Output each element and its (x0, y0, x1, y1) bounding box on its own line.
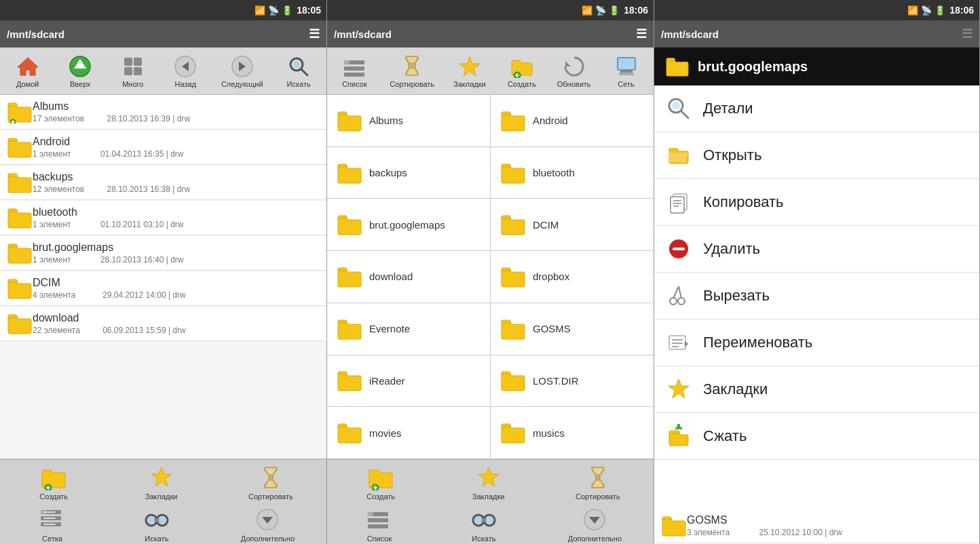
context-item-bookmarks[interactable]: Закладки (654, 366, 979, 413)
context-item-compress[interactable]: Сжать (654, 413, 979, 460)
grid-name: dropbox (533, 271, 569, 282)
list-item[interactable]: Albums 17 элементов 28.10.2013 16:39 | d… (0, 95, 326, 130)
svg-line-74 (673, 286, 679, 298)
toolbar-back[interactable]: Назад (168, 54, 202, 88)
bottom-file-info: GOSMS 3 элемента 25.10.2012 10:00 | drw (687, 514, 973, 537)
more-label: Дополнительно (241, 535, 295, 543)
toolbar2-create-label: Создать (508, 80, 536, 88)
list-item[interactable]: DCIM 4 элемента 29.04.2012 14:00 | drw (0, 271, 326, 306)
toolbar2-bookmarks[interactable]: Закладки (453, 54, 487, 88)
bottom-grid[interactable]: Сетка (32, 506, 73, 543)
more2-label: Дополнительно (568, 535, 622, 543)
list-item[interactable]: brut.googlemaps 1 элемент 28.10.2013 16:… (0, 236, 326, 271)
folder-icon (500, 109, 526, 132)
list-item-bottom[interactable]: GOSMS 3 элемента 25.10.2012 10:00 | drw (654, 509, 979, 543)
grid-item[interactable]: Evernote (327, 303, 490, 355)
search-label: Искать (145, 535, 168, 543)
list2-label: Список (367, 535, 392, 543)
grid-item[interactable]: iReader (327, 355, 490, 407)
toolbar2-network[interactable]: Сеть (609, 54, 643, 88)
toolbar-up[interactable]: Вверх (63, 54, 97, 88)
toolbar2-sort-label: Сортировать (390, 80, 434, 88)
svg-line-75 (679, 286, 681, 298)
bottom-more[interactable]: Дополнительно (241, 506, 295, 543)
next-icon (230, 54, 255, 79)
bottom2-list[interactable]: Список (359, 506, 400, 543)
list-item[interactable]: Android 1 элемент 01.04.2013 16:35 | drw (0, 130, 326, 165)
menu-icon-1[interactable]: ☰ (309, 26, 320, 41)
bookmarks-star-icon (665, 376, 692, 403)
svg-line-12 (301, 69, 307, 75)
context-item-open[interactable]: Открыть (654, 132, 979, 179)
grid-item[interactable]: movies (327, 407, 490, 459)
grid-item[interactable]: download (327, 251, 490, 303)
grid-item[interactable]: LOST.DIR (491, 355, 654, 407)
bottom-bookmarks[interactable]: Закладки (141, 464, 182, 501)
toolbar-next[interactable]: Следующий (221, 54, 263, 88)
open-icon (665, 142, 692, 169)
bottom2-more[interactable]: Дополнительно (568, 506, 622, 543)
path-text-1: /mnt/sdcard (7, 28, 64, 40)
context-item-rename[interactable]: Переименовать (654, 319, 979, 366)
path-bar-1: /mnt/sdcard ☰ (0, 20, 326, 47)
menu-icon-2[interactable]: ☰ (636, 26, 647, 41)
bottom2-create[interactable]: Создать (360, 464, 401, 501)
bottom2-sort[interactable]: Сортировать (576, 464, 620, 501)
open-label: Открыть (703, 147, 761, 164)
copy-label: Копировать (703, 193, 783, 211)
sort-label: Сортировать (248, 492, 293, 501)
list-item[interactable]: download 22 элемента 06.09.2013 15:59 | … (0, 307, 326, 341)
folder-icon (500, 421, 526, 444)
svg-marker-20 (151, 467, 172, 486)
context-item-delete[interactable]: Удалить (654, 226, 979, 273)
grid-item[interactable]: GOSMS (491, 303, 654, 355)
toolbar2-list[interactable]: Список (337, 54, 371, 88)
grid-name: Evernote (369, 323, 410, 334)
bottom2-bookmarks[interactable]: Закладки (468, 464, 509, 501)
toolbar-search[interactable]: Искать (282, 54, 316, 88)
grid-item[interactable]: backups (327, 147, 490, 199)
list-item[interactable]: bluetooth 1 элемент 01.10.2011 03:10 | d… (0, 201, 326, 235)
svg-rect-3 (124, 58, 132, 66)
create-icon (40, 464, 67, 491)
bottom-row-1a: Создать Закладки Сортиро (0, 460, 326, 502)
delete-icon (665, 235, 692, 263)
grid-item[interactable]: musics (491, 407, 654, 459)
grid-item[interactable]: Android (491, 95, 654, 147)
status-icons-3: 📶 📡 🔋 (907, 5, 945, 16)
grid-name: backups (369, 167, 407, 178)
hourglass-icon (257, 464, 284, 491)
toolbar-multi[interactable]: Много (116, 54, 150, 88)
grid-item[interactable]: brut.googlemaps (327, 199, 490, 250)
file-name: Android (33, 136, 320, 148)
battery-icon: 🔋 (282, 5, 293, 16)
grid-label: Сетка (42, 535, 62, 543)
star-icon-b (475, 464, 502, 491)
bottom-sort[interactable]: Сортировать (248, 464, 293, 501)
toolbar2-create[interactable]: Создать (505, 54, 539, 88)
svg-rect-45 (620, 70, 633, 73)
toolbar2-refresh[interactable]: Обновить (557, 54, 591, 88)
file-list-1: Albums 17 элементов 28.10.2013 16:39 | d… (0, 95, 326, 459)
menu-icon-3[interactable]: ☰ (962, 26, 973, 41)
grid-item[interactable]: DCIM (491, 199, 654, 250)
grid-item[interactable]: bluetooth (491, 147, 654, 199)
file-name: DCIM (33, 277, 320, 289)
grid-item[interactable]: dropbox (491, 251, 654, 303)
toolbar2-sort[interactable]: Сортировать (390, 54, 434, 88)
rename-label: Переименовать (703, 334, 812, 351)
context-item-details[interactable]: Детали (654, 85, 979, 132)
bottom-create[interactable]: Создать (33, 464, 74, 501)
list-item[interactable]: backups 12 элементов 28.10.2013 16:38 | … (0, 166, 326, 200)
context-item-copy[interactable]: Копировать (654, 179, 979, 226)
toolbar-home[interactable]: Домой (11, 54, 45, 88)
rename-icon (665, 329, 692, 356)
panel-2: 📶 📡 🔋 18:06 /mnt/sdcard ☰ Список (327, 0, 654, 544)
context-item-cut[interactable]: Вырезать (654, 273, 979, 319)
bottom-search[interactable]: Искать (136, 506, 177, 543)
grid-item[interactable]: Albums (327, 95, 490, 147)
bottom2-search[interactable]: Искать (464, 506, 504, 543)
svg-rect-26 (43, 518, 56, 519)
back-icon (173, 54, 197, 79)
panel-1: 📶 📡 🔋 18:05 /mnt/sdcard ☰ Домой (0, 0, 327, 544)
